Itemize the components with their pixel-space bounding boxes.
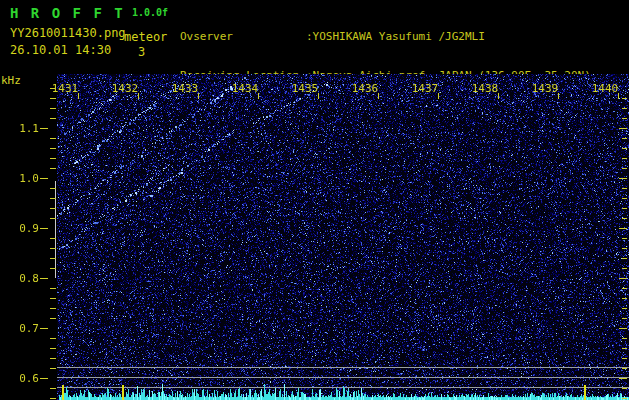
- info-value: :YOSHIKAWA Yasufumi /JG2MLI: [306, 30, 485, 43]
- info-row-observer: Ovserver:YOSHIKAWA Yasufumi /JG2MLI: [180, 30, 617, 43]
- output-filename: YY2610011430.png: [10, 26, 126, 40]
- x-tick-label: 1437: [410, 82, 440, 95]
- y-tick-label: 0.9: [0, 222, 39, 235]
- y-tick-label: 1.1: [0, 122, 39, 135]
- file-datetime: 26.10.01 14:30: [10, 43, 111, 57]
- app-title: H R O F F T: [10, 5, 125, 21]
- meteor-count: 3: [138, 45, 145, 59]
- spectrogram-canvas: [38, 74, 629, 400]
- x-tick-label: 1435: [290, 82, 320, 95]
- hrofft-output-image: H R O F F T 1.0.0f YY2610011430.png mete…: [0, 0, 629, 400]
- y-tick-label: 0.7: [0, 322, 39, 335]
- x-tick-label: 1436: [350, 82, 380, 95]
- y-tick-label: 1.0: [0, 172, 39, 185]
- y-tick-label: 0.6: [0, 372, 39, 385]
- y-tick-label: 0.8: [0, 272, 39, 285]
- mode-label: meteor: [124, 30, 167, 44]
- x-tick-label: 1431: [50, 82, 80, 95]
- app-version: 1.0.0f: [132, 7, 168, 18]
- y-axis-unit: kHz: [1, 74, 21, 87]
- info-label: Ovserver: [180, 30, 306, 43]
- x-tick-label: 1440: [590, 82, 620, 95]
- x-tick-label: 1438: [470, 82, 500, 95]
- x-tick-label: 1439: [530, 82, 560, 95]
- x-tick-label: 1432: [110, 82, 140, 95]
- x-tick-label: 1434: [230, 82, 260, 95]
- x-tick-label: 1433: [170, 82, 200, 95]
